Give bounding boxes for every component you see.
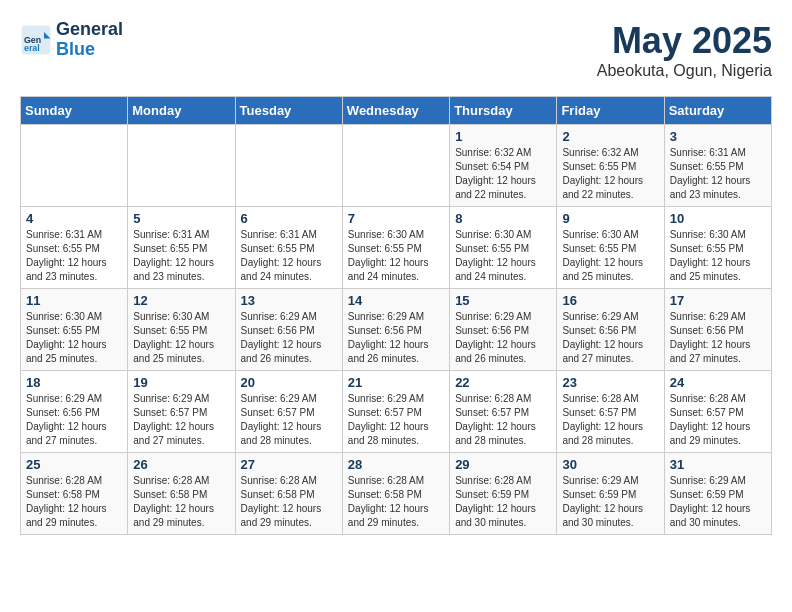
calendar-cell: 20Sunrise: 6:29 AM Sunset: 6:57 PM Dayli… [235, 371, 342, 453]
day-number: 18 [26, 375, 122, 390]
day-number: 4 [26, 211, 122, 226]
day-info: Sunrise: 6:28 AM Sunset: 6:58 PM Dayligh… [241, 474, 337, 530]
day-info: Sunrise: 6:28 AM Sunset: 6:57 PM Dayligh… [670, 392, 766, 448]
header-monday: Monday [128, 97, 235, 125]
day-number: 13 [241, 293, 337, 308]
calendar-cell: 3Sunrise: 6:31 AM Sunset: 6:55 PM Daylig… [664, 125, 771, 207]
day-info: Sunrise: 6:29 AM Sunset: 6:56 PM Dayligh… [670, 310, 766, 366]
day-number: 2 [562, 129, 658, 144]
day-number: 11 [26, 293, 122, 308]
day-info: Sunrise: 6:28 AM Sunset: 6:59 PM Dayligh… [455, 474, 551, 530]
calendar-cell: 24Sunrise: 6:28 AM Sunset: 6:57 PM Dayli… [664, 371, 771, 453]
logo-icon: Gen eral [20, 24, 52, 56]
header-saturday: Saturday [664, 97, 771, 125]
calendar-cell: 22Sunrise: 6:28 AM Sunset: 6:57 PM Dayli… [450, 371, 557, 453]
header-wednesday: Wednesday [342, 97, 449, 125]
logo-line2: Blue [56, 39, 95, 59]
week-row-5: 25Sunrise: 6:28 AM Sunset: 6:58 PM Dayli… [21, 453, 772, 535]
day-info: Sunrise: 6:28 AM Sunset: 6:58 PM Dayligh… [133, 474, 229, 530]
day-info: Sunrise: 6:32 AM Sunset: 6:55 PM Dayligh… [562, 146, 658, 202]
day-info: Sunrise: 6:29 AM Sunset: 6:59 PM Dayligh… [562, 474, 658, 530]
day-info: Sunrise: 6:30 AM Sunset: 6:55 PM Dayligh… [670, 228, 766, 284]
calendar-cell: 7Sunrise: 6:30 AM Sunset: 6:55 PM Daylig… [342, 207, 449, 289]
day-number: 29 [455, 457, 551, 472]
logo-line1: General [56, 20, 123, 40]
day-info: Sunrise: 6:28 AM Sunset: 6:57 PM Dayligh… [562, 392, 658, 448]
calendar-cell: 21Sunrise: 6:29 AM Sunset: 6:57 PM Dayli… [342, 371, 449, 453]
day-number: 8 [455, 211, 551, 226]
week-row-2: 4Sunrise: 6:31 AM Sunset: 6:55 PM Daylig… [21, 207, 772, 289]
calendar-cell: 17Sunrise: 6:29 AM Sunset: 6:56 PM Dayli… [664, 289, 771, 371]
day-info: Sunrise: 6:29 AM Sunset: 6:57 PM Dayligh… [133, 392, 229, 448]
day-number: 5 [133, 211, 229, 226]
day-number: 16 [562, 293, 658, 308]
calendar-cell: 29Sunrise: 6:28 AM Sunset: 6:59 PM Dayli… [450, 453, 557, 535]
calendar-cell: 8Sunrise: 6:30 AM Sunset: 6:55 PM Daylig… [450, 207, 557, 289]
day-info: Sunrise: 6:29 AM Sunset: 6:56 PM Dayligh… [455, 310, 551, 366]
calendar-cell: 28Sunrise: 6:28 AM Sunset: 6:58 PM Dayli… [342, 453, 449, 535]
day-info: Sunrise: 6:29 AM Sunset: 6:56 PM Dayligh… [241, 310, 337, 366]
logo: Gen eral General Blue [20, 20, 123, 60]
day-info: Sunrise: 6:30 AM Sunset: 6:55 PM Dayligh… [133, 310, 229, 366]
calendar-cell: 16Sunrise: 6:29 AM Sunset: 6:56 PM Dayli… [557, 289, 664, 371]
day-number: 30 [562, 457, 658, 472]
day-number: 22 [455, 375, 551, 390]
title-block: May 2025 Abeokuta, Ogun, Nigeria [597, 20, 772, 80]
header-thursday: Thursday [450, 97, 557, 125]
day-info: Sunrise: 6:28 AM Sunset: 6:57 PM Dayligh… [455, 392, 551, 448]
day-number: 27 [241, 457, 337, 472]
day-info: Sunrise: 6:29 AM Sunset: 6:56 PM Dayligh… [348, 310, 444, 366]
day-info: Sunrise: 6:29 AM Sunset: 6:57 PM Dayligh… [241, 392, 337, 448]
calendar-cell: 9Sunrise: 6:30 AM Sunset: 6:55 PM Daylig… [557, 207, 664, 289]
day-number: 7 [348, 211, 444, 226]
day-number: 28 [348, 457, 444, 472]
header-sunday: Sunday [21, 97, 128, 125]
day-number: 19 [133, 375, 229, 390]
calendar-cell: 6Sunrise: 6:31 AM Sunset: 6:55 PM Daylig… [235, 207, 342, 289]
calendar-cell: 5Sunrise: 6:31 AM Sunset: 6:55 PM Daylig… [128, 207, 235, 289]
day-info: Sunrise: 6:31 AM Sunset: 6:55 PM Dayligh… [26, 228, 122, 284]
day-number: 1 [455, 129, 551, 144]
calendar-cell: 15Sunrise: 6:29 AM Sunset: 6:56 PM Dayli… [450, 289, 557, 371]
week-row-1: 1Sunrise: 6:32 AM Sunset: 6:54 PM Daylig… [21, 125, 772, 207]
day-number: 25 [26, 457, 122, 472]
day-info: Sunrise: 6:30 AM Sunset: 6:55 PM Dayligh… [562, 228, 658, 284]
calendar-cell [342, 125, 449, 207]
calendar-cell: 13Sunrise: 6:29 AM Sunset: 6:56 PM Dayli… [235, 289, 342, 371]
day-number: 24 [670, 375, 766, 390]
calendar-cell: 25Sunrise: 6:28 AM Sunset: 6:58 PM Dayli… [21, 453, 128, 535]
calendar-cell [128, 125, 235, 207]
calendar-cell [21, 125, 128, 207]
location-subtitle: Abeokuta, Ogun, Nigeria [597, 62, 772, 80]
calendar-cell: 18Sunrise: 6:29 AM Sunset: 6:56 PM Dayli… [21, 371, 128, 453]
calendar-cell: 10Sunrise: 6:30 AM Sunset: 6:55 PM Dayli… [664, 207, 771, 289]
day-info: Sunrise: 6:29 AM Sunset: 6:59 PM Dayligh… [670, 474, 766, 530]
header-friday: Friday [557, 97, 664, 125]
day-number: 31 [670, 457, 766, 472]
svg-text:eral: eral [24, 43, 40, 53]
calendar-cell: 19Sunrise: 6:29 AM Sunset: 6:57 PM Dayli… [128, 371, 235, 453]
day-info: Sunrise: 6:31 AM Sunset: 6:55 PM Dayligh… [670, 146, 766, 202]
calendar-cell: 1Sunrise: 6:32 AM Sunset: 6:54 PM Daylig… [450, 125, 557, 207]
day-info: Sunrise: 6:31 AM Sunset: 6:55 PM Dayligh… [133, 228, 229, 284]
logo-text: General Blue [56, 20, 123, 60]
calendar-cell [235, 125, 342, 207]
day-info: Sunrise: 6:29 AM Sunset: 6:57 PM Dayligh… [348, 392, 444, 448]
calendar-cell: 12Sunrise: 6:30 AM Sunset: 6:55 PM Dayli… [128, 289, 235, 371]
day-number: 14 [348, 293, 444, 308]
day-info: Sunrise: 6:29 AM Sunset: 6:56 PM Dayligh… [26, 392, 122, 448]
day-info: Sunrise: 6:29 AM Sunset: 6:56 PM Dayligh… [562, 310, 658, 366]
calendar-cell: 31Sunrise: 6:29 AM Sunset: 6:59 PM Dayli… [664, 453, 771, 535]
day-number: 20 [241, 375, 337, 390]
calendar-cell: 4Sunrise: 6:31 AM Sunset: 6:55 PM Daylig… [21, 207, 128, 289]
day-number: 6 [241, 211, 337, 226]
day-number: 12 [133, 293, 229, 308]
header-tuesday: Tuesday [235, 97, 342, 125]
day-number: 23 [562, 375, 658, 390]
day-number: 26 [133, 457, 229, 472]
day-number: 15 [455, 293, 551, 308]
day-info: Sunrise: 6:28 AM Sunset: 6:58 PM Dayligh… [348, 474, 444, 530]
day-info: Sunrise: 6:32 AM Sunset: 6:54 PM Dayligh… [455, 146, 551, 202]
header: Gen eral General Blue May 2025 Abeokuta,… [20, 20, 772, 80]
day-number: 9 [562, 211, 658, 226]
